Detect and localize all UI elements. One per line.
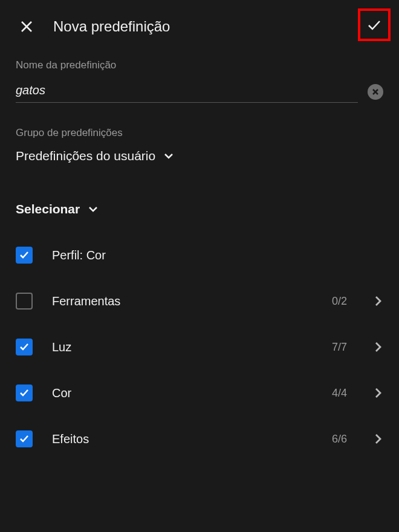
clear-input-button[interactable] xyxy=(368,84,383,100)
option-label: Luz xyxy=(52,340,313,354)
checkmark-icon xyxy=(19,250,30,261)
chevron-down-icon xyxy=(88,206,98,213)
option-count: 0/2 xyxy=(332,295,347,308)
chevron-right-icon xyxy=(375,341,382,353)
option-label: Cor xyxy=(52,386,313,400)
page-title: Nova predefinição xyxy=(53,18,383,35)
select-dropdown[interactable]: Selecionar xyxy=(16,202,383,216)
clear-icon xyxy=(371,88,380,96)
preset-name-label: Nome da predefinição xyxy=(16,59,383,71)
option-row: Ferramentas0/2 xyxy=(0,278,399,324)
chevron-down-icon xyxy=(164,152,174,160)
option-expand-button[interactable] xyxy=(375,341,383,353)
option-count: 4/4 xyxy=(332,387,347,400)
checkmark-icon xyxy=(19,342,30,352)
select-section: Selecionar xyxy=(0,175,399,226)
confirm-button[interactable] xyxy=(358,8,391,41)
option-row: Perfil: Cor xyxy=(0,232,399,278)
option-row: Efeitos6/6 xyxy=(0,416,399,462)
option-count: 6/6 xyxy=(332,433,347,446)
option-label: Ferramentas xyxy=(52,294,313,308)
chevron-right-icon xyxy=(375,295,382,307)
group-selected-value: Predefinições do usuário xyxy=(16,149,155,163)
group-section: Grupo de predefinições Predefinições do … xyxy=(0,115,399,175)
option-row: Cor4/4 xyxy=(0,370,399,416)
option-checkbox[interactable] xyxy=(16,247,33,264)
option-checkbox[interactable] xyxy=(16,430,33,447)
option-checkbox[interactable] xyxy=(16,293,33,310)
option-label: Perfil: Cor xyxy=(52,248,383,262)
option-expand-button[interactable] xyxy=(375,387,383,399)
options-list: Perfil: CorFerramentas0/2Luz7/7Cor4/4Efe… xyxy=(0,226,399,468)
preset-name-section: Nome da predefinição xyxy=(0,47,399,115)
chevron-right-icon xyxy=(375,387,382,399)
check-icon xyxy=(366,16,383,33)
header: Nova predefinição xyxy=(0,0,399,47)
group-dropdown[interactable]: Predefinições do usuário xyxy=(16,149,383,163)
option-expand-button[interactable] xyxy=(375,295,383,307)
option-expand-button[interactable] xyxy=(375,433,383,445)
option-row: Luz7/7 xyxy=(0,324,399,370)
chevron-right-icon xyxy=(375,433,382,445)
checkmark-icon xyxy=(19,388,30,398)
option-checkbox[interactable] xyxy=(16,339,33,355)
group-label: Grupo de predefinições xyxy=(16,127,383,139)
close-button[interactable] xyxy=(18,18,35,35)
option-checkbox[interactable] xyxy=(16,384,33,401)
checkmark-icon xyxy=(19,433,30,444)
close-icon xyxy=(20,20,33,33)
option-count: 7/7 xyxy=(332,341,347,354)
preset-name-input[interactable] xyxy=(16,81,358,103)
option-label: Efeitos xyxy=(52,432,313,446)
select-label: Selecionar xyxy=(16,202,80,216)
